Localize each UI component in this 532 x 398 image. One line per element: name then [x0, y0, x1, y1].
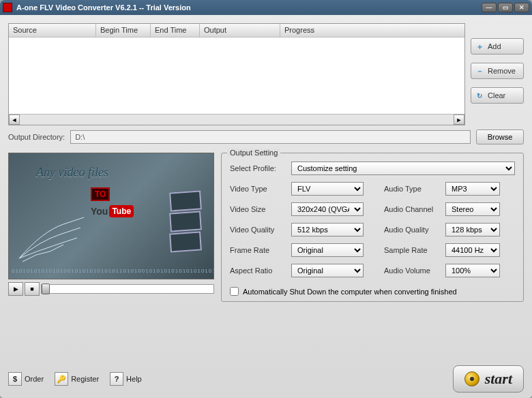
- audio-channel-dropdown[interactable]: Stereo: [445, 202, 500, 216]
- output-setting-group: Output Setting Select Profile: Customize…: [221, 153, 524, 302]
- middle-area: Any video files TO You Tube 010101010101…: [8, 153, 524, 302]
- video-quality-label: Video Quality: [230, 226, 287, 234]
- preview-wrap: Any video files TO You Tube 010101010101…: [8, 153, 214, 302]
- audio-quality-dropdown[interactable]: 128 kbps: [445, 223, 500, 236]
- player-controls: ▶ ■: [8, 282, 214, 296]
- help-label: Help: [126, 375, 142, 383]
- start-button[interactable]: start: [453, 365, 524, 393]
- filelist-wrap: Source Begin Time End Time Output Progre…: [8, 23, 465, 125]
- audio-quality-label: Audio Quality: [384, 226, 441, 234]
- top-area: Source Begin Time End Time Output Progre…: [8, 23, 524, 125]
- register-link[interactable]: 🔑 Register: [55, 372, 99, 386]
- scroll-track[interactable]: [20, 114, 454, 125]
- register-label: Register: [71, 375, 99, 383]
- auto-shutdown-checkbox[interactable]: [230, 287, 239, 296]
- col-source[interactable]: Source: [9, 24, 96, 37]
- audio-volume-label: Audio Volume: [384, 266, 441, 275]
- add-button[interactable]: ＋ Add: [471, 38, 524, 55]
- window-title: A-one FLV Video Converter V6.2.1 -- Tria…: [16, 3, 482, 12]
- preview-image: Any video files TO You Tube 010101010101…: [8, 153, 214, 279]
- wireframe-hand-icon: [16, 204, 104, 265]
- aspect-ratio-dropdown[interactable]: Original: [291, 264, 364, 277]
- question-icon: ?: [110, 372, 123, 386]
- output-directory-input[interactable]: [70, 130, 471, 144]
- audio-volume-dropdown[interactable]: 100%: [445, 264, 500, 277]
- col-progress[interactable]: Progress: [280, 24, 464, 37]
- horizontal-scrollbar[interactable]: ◄ ►: [9, 114, 464, 125]
- app-window: A-one FLV Video Converter V6.2.1 -- Tria…: [0, 0, 532, 398]
- clear-button[interactable]: ↻ Clear: [471, 87, 524, 104]
- remove-button[interactable]: － Remove: [471, 63, 524, 79]
- audio-type-label: Audio Type: [384, 185, 441, 193]
- stop-button[interactable]: ■: [25, 282, 40, 296]
- disc-icon: [464, 371, 479, 386]
- minus-icon: －: [475, 67, 484, 75]
- close-button[interactable]: ✕: [514, 3, 529, 12]
- order-link[interactable]: $ Order: [8, 372, 44, 386]
- minimize-button[interactable]: —: [482, 3, 497, 12]
- scroll-right-icon[interactable]: ►: [454, 114, 464, 125]
- footer: $ Order 🔑 Register ? Help start: [8, 356, 524, 393]
- preview-thumbnails: [170, 192, 201, 251]
- start-label: start: [485, 370, 512, 388]
- seek-thumb[interactable]: [42, 284, 50, 294]
- preview-text-1: Any video files: [36, 166, 108, 180]
- app-icon: [3, 3, 12, 12]
- sample-rate-label: Sample Rate: [384, 246, 441, 254]
- video-quality-dropdown[interactable]: 512 kbps: [291, 223, 364, 236]
- video-type-dropdown[interactable]: FLV: [291, 182, 364, 196]
- preview-text-to: TO: [91, 187, 110, 201]
- dollar-icon: $: [8, 372, 22, 386]
- youtube-tube: Tube: [109, 205, 134, 217]
- scroll-left-icon[interactable]: ◄: [9, 114, 20, 125]
- col-output[interactable]: Output: [200, 24, 280, 37]
- col-end[interactable]: End Time: [151, 24, 200, 37]
- browse-button[interactable]: Browse: [476, 129, 524, 144]
- frame-rate-dropdown[interactable]: Original: [291, 243, 364, 257]
- video-size-dropdown[interactable]: 320x240 (QVGA): [291, 202, 364, 216]
- side-buttons: ＋ Add － Remove ↻ Clear: [471, 23, 524, 125]
- select-profile-label: Select Profile:: [230, 164, 287, 172]
- add-label: Add: [488, 42, 501, 50]
- window-buttons: — ▭ ✕: [482, 3, 529, 12]
- sample-rate-dropdown[interactable]: 44100 Hz: [445, 243, 500, 257]
- content-area: Source Begin Time End Time Output Progre…: [0, 15, 532, 398]
- remove-label: Remove: [488, 67, 516, 75]
- video-size-label: Video Size: [230, 205, 287, 213]
- maximize-button[interactable]: ▭: [498, 3, 513, 12]
- frame-rate-label: Frame Rate: [230, 246, 287, 254]
- file-list-header: Source Begin Time End Time Output Progre…: [9, 24, 464, 37]
- plus-icon: ＋: [475, 42, 484, 50]
- key-icon: 🔑: [55, 372, 68, 386]
- col-begin[interactable]: Begin Time: [96, 24, 151, 37]
- seek-bar[interactable]: [41, 284, 214, 294]
- order-label: Order: [25, 375, 44, 383]
- audio-channel-label: Audio Channel: [384, 205, 441, 213]
- video-type-label: Video Type: [230, 185, 287, 193]
- clear-label: Clear: [488, 91, 505, 99]
- select-profile-dropdown[interactable]: Customize setting: [291, 162, 515, 175]
- aspect-ratio-label: Aspect Ratio: [230, 266, 287, 275]
- titlebar: A-one FLV Video Converter V6.2.1 -- Tria…: [0, 0, 532, 15]
- help-link[interactable]: ? Help: [110, 372, 142, 386]
- output-setting-legend: Output Setting: [227, 149, 280, 157]
- binary-decoration: 0101010101010100101010101010110101001010…: [9, 265, 213, 279]
- audio-type-dropdown[interactable]: MP3: [445, 182, 500, 196]
- refresh-icon: ↻: [475, 91, 484, 99]
- output-directory-label: Output Directory:: [8, 133, 65, 141]
- auto-shutdown-label: Automatically Shut Down the computer whe…: [243, 288, 457, 296]
- play-button[interactable]: ▶: [8, 282, 23, 296]
- output-directory-row: Output Directory: Browse: [8, 129, 524, 144]
- file-list[interactable]: Source Begin Time End Time Output Progre…: [8, 23, 465, 125]
